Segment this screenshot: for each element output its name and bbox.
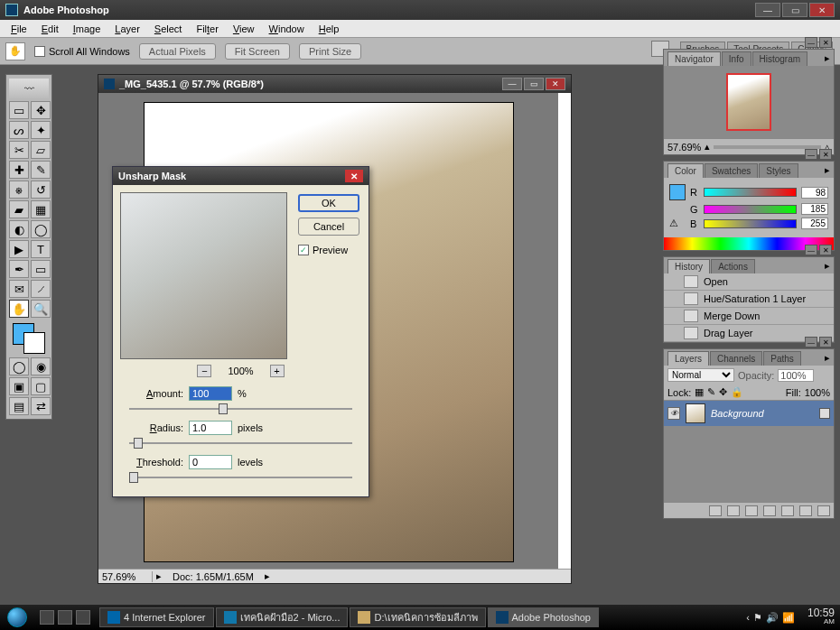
lock-trans-icon[interactable]: ▦ <box>695 386 704 398</box>
info-tab[interactable]: Info <box>722 51 751 66</box>
zoom-out-button[interactable]: − <box>197 365 211 377</box>
actual-pixels-button[interactable]: Actual Pixels <box>139 43 216 60</box>
screenmode-3-icon[interactable]: ▤ <box>9 397 29 415</box>
dodge-tool[interactable]: ◯ <box>31 220 51 238</box>
radius-slider[interactable] <box>129 437 352 449</box>
quicklaunch-icon[interactable] <box>40 610 54 625</box>
navigator-slider[interactable] <box>714 145 821 149</box>
actions-tab[interactable]: Actions <box>711 259 755 273</box>
dialog-close-button[interactable]: ✕ <box>345 170 363 182</box>
menu-file[interactable]: File <box>4 22 34 36</box>
menu-edit[interactable]: Edit <box>34 22 66 36</box>
clock[interactable]: 10:59 AM <box>802 608 840 626</box>
quicklaunch-icon[interactable] <box>58 610 72 625</box>
path-select-tool[interactable]: ▶ <box>9 240 29 258</box>
history-item[interactable]: Merge Down <box>664 308 834 325</box>
toolbox-header-icon[interactable]: 〰 <box>9 79 49 98</box>
print-size-button[interactable]: Print Size <box>299 43 361 60</box>
screenmode-2-icon[interactable]: ▢ <box>31 377 51 395</box>
layer-thumbnail[interactable] <box>686 403 705 423</box>
panel-close-icon[interactable]: ✕ <box>819 37 832 48</box>
panel-menu-icon[interactable]: ▸ <box>825 260 830 272</box>
lock-paint-icon[interactable]: ✎ <box>707 386 715 398</box>
background-color[interactable] <box>23 332 45 354</box>
menu-view[interactable]: View <box>226 22 262 36</box>
taskbar-item[interactable]: Adobe Photoshop <box>488 607 599 627</box>
history-brush-tool[interactable]: ↺ <box>31 181 51 199</box>
layer-row[interactable]: 👁 Background <box>664 401 834 426</box>
quickmask-icon[interactable]: ◯ <box>9 357 29 375</box>
minimize-button[interactable]: — <box>755 3 780 17</box>
adjustment-icon[interactable] <box>763 505 776 516</box>
visibility-icon[interactable]: 👁 <box>667 407 680 420</box>
menu-select[interactable]: Select <box>147 22 190 36</box>
status-arrow-icon[interactable]: ▸ <box>153 570 165 582</box>
b-slider[interactable] <box>704 219 797 228</box>
panel-min-icon[interactable]: — <box>805 149 817 160</box>
move-tool[interactable]: ✥ <box>31 101 51 119</box>
doc-maximize-button[interactable]: ▭ <box>524 78 544 90</box>
panel-menu-icon[interactable]: ▸ <box>825 352 830 364</box>
document-zoom[interactable]: 57.69% <box>98 571 153 582</box>
g-value[interactable]: 185 <box>801 203 828 215</box>
fx-icon[interactable] <box>727 505 740 516</box>
panel-close-icon[interactable]: ✕ <box>819 245 832 255</box>
blend-mode-select[interactable]: Normal <box>667 368 734 382</box>
close-button[interactable]: ✕ <box>809 3 835 17</box>
panel-min-icon[interactable]: — <box>805 337 817 347</box>
trash-icon[interactable] <box>817 505 830 516</box>
styles-tab[interactable]: Styles <box>759 163 798 178</box>
menu-layer[interactable]: Layer <box>107 22 147 36</box>
panel-close-icon[interactable]: ✕ <box>819 337 832 347</box>
menu-help[interactable]: Help <box>312 22 347 36</box>
tray-icon[interactable]: 🔊 <box>766 612 779 624</box>
radius-input[interactable] <box>189 421 232 435</box>
mask-icon[interactable] <box>745 505 758 516</box>
taskbar-item[interactable]: D:\เทคนิคการซ้อมลีภาพ <box>350 607 485 627</box>
panel-close-icon[interactable]: ✕ <box>819 149 832 160</box>
system-tray[interactable]: ‹ ⚑ 🔊 📶 <box>739 612 802 624</box>
screenmode-1-icon[interactable]: ▣ <box>9 377 29 395</box>
history-item[interactable]: Open <box>664 273 834 291</box>
navigator-zoom[interactable]: 57.69% <box>667 142 701 153</box>
panel-min-icon[interactable]: — <box>805 37 817 48</box>
stamp-tool[interactable]: ⎈ <box>9 181 29 199</box>
nav-zoomout-icon[interactable]: ▴ <box>705 141 710 153</box>
dialog-titlebar[interactable]: Unsharp Mask ✕ <box>113 167 369 185</box>
ok-button[interactable]: OK <box>298 194 359 212</box>
amount-slider[interactable] <box>129 403 352 415</box>
scroll-all-checkbox[interactable]: Scroll All Windows <box>34 46 130 57</box>
history-item[interactable]: Hue/Saturation 1 Layer <box>664 291 834 308</box>
eyedropper-tool[interactable]: ⟋ <box>31 280 51 298</box>
menu-image[interactable]: Image <box>66 22 108 36</box>
start-button[interactable] <box>0 605 34 630</box>
channels-tab[interactable]: Channels <box>710 351 762 366</box>
color-tab[interactable]: Color <box>667 163 704 178</box>
menu-window[interactable]: Window <box>262 22 312 36</box>
crop-tool[interactable]: ✂ <box>9 141 29 159</box>
fit-screen-button[interactable]: Fit Screen <box>225 43 290 60</box>
healing-tool[interactable]: ✚ <box>9 161 29 179</box>
tray-icon[interactable]: 📶 <box>782 612 795 624</box>
panel-menu-icon[interactable]: ▸ <box>825 52 830 64</box>
imageready-icon[interactable]: ⇄ <box>31 397 51 415</box>
pen-tool[interactable]: ✒ <box>9 260 29 278</box>
zoom-in-button[interactable]: + <box>270 365 285 377</box>
r-value[interactable]: 98 <box>801 187 828 199</box>
dialog-preview-image[interactable] <box>120 192 287 359</box>
hand-tool[interactable]: ✋ <box>9 300 29 318</box>
blur-tool[interactable]: ◐ <box>9 220 29 238</box>
notes-tool[interactable]: ✉ <box>9 280 29 298</box>
gamut-warning-icon[interactable]: ⚠ <box>669 218 686 229</box>
amount-input[interactable] <box>189 386 232 401</box>
folder-icon[interactable] <box>781 505 794 516</box>
lock-all-icon[interactable]: 🔒 <box>731 386 743 398</box>
panel-menu-icon[interactable]: ▸ <box>825 164 830 176</box>
taskbar-item[interactable]: เทคนิคฝ้ามือ2 - Micro... <box>216 607 349 627</box>
layers-tab[interactable]: Layers <box>667 351 709 366</box>
taskbar-item[interactable]: 4 Internet Explorer <box>99 607 214 627</box>
marquee-tool[interactable]: ▭ <box>9 101 29 119</box>
threshold-slider[interactable] <box>129 471 352 484</box>
slice-tool[interactable]: ▱ <box>31 141 51 159</box>
lock-move-icon[interactable]: ✥ <box>719 386 727 398</box>
